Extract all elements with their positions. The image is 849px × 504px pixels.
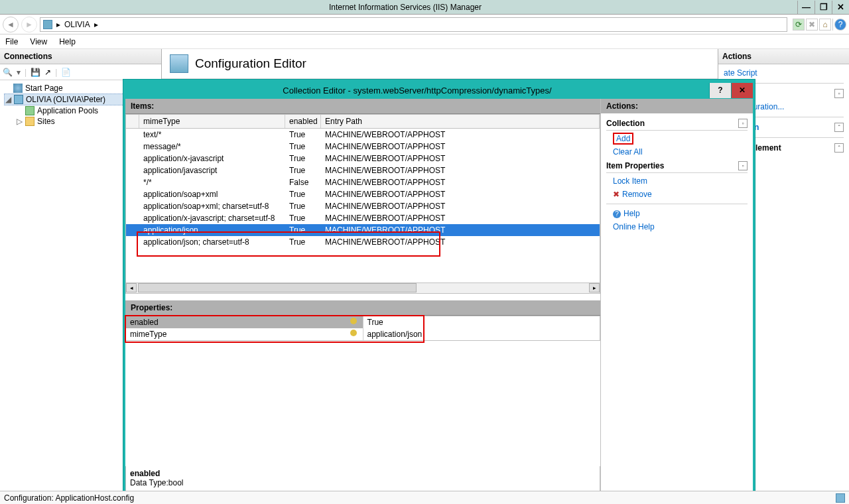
collapse-icon[interactable]: ▫ [738, 119, 748, 128]
col-enabled[interactable]: enabled [285, 115, 321, 128]
table-row[interactable]: application/soap+xml; charset=utf-8TrueM… [126, 200, 600, 212]
collection-section-label: Collection [606, 119, 645, 128]
connections-header: Connections [0, 49, 161, 64]
table-row[interactable]: application/json; charset=utf-8TrueMACHI… [126, 236, 600, 248]
table-row[interactable]: application/soap+xmlTrueMACHINE/WEBROOT/… [126, 188, 600, 200]
key-icon [350, 318, 357, 324]
refresh-icon[interactable]: 📄 [61, 68, 71, 77]
menu-help[interactable]: Help [59, 37, 76, 46]
col-entrypath[interactable]: Entry Path [321, 115, 600, 128]
config-editor-icon [170, 54, 188, 73]
window-title: Internet Information Services (IIS) Mana… [13, 3, 797, 12]
breadcrumb-sep: ▸ [94, 20, 98, 29]
connections-toolbar: 🔍 ▾ | 💾 ↗ | 📄 [0, 64, 161, 80]
menu-file[interactable]: File [5, 37, 18, 46]
stop-icon[interactable]: ✖ [806, 19, 818, 31]
forward-button[interactable]: ► [21, 17, 37, 32]
table-row[interactable]: application/x-javascriptTrueMACHINE/WEBR… [126, 153, 600, 164]
status-bar: Configuration: ApplicationHost.config [0, 491, 849, 504]
refresh-icon[interactable]: ⟳ [793, 19, 805, 31]
table-row[interactable]: application/jsonTrueMACHINE/WEBROOT/APPH… [126, 224, 600, 236]
dialog-actions-panel: Actions: Collection▫ Add Clear All Item … [600, 99, 753, 497]
status-text: Configuration: ApplicationHost.config [4, 493, 134, 503]
table-row[interactable]: application/javascriptTrueMACHINE/WEBROO… [126, 164, 600, 176]
lock-item-action[interactable]: Lock Item [606, 176, 748, 186]
menu-bar: File View Help [0, 34, 849, 49]
table-row[interactable]: application/x-javascript; charset=utf-8T… [126, 212, 600, 224]
dialog-actions-header: Actions: [601, 99, 753, 113]
clear-all-action[interactable]: Clear All [606, 147, 748, 157]
status-icon [836, 493, 845, 503]
scroll-right-arrow[interactable]: ▸ [589, 283, 600, 292]
col-mimetype[interactable]: mimeType [139, 115, 285, 128]
item-properties-section-label: Item Properties [606, 161, 664, 170]
restore-button[interactable]: ❐ [815, 1, 832, 14]
property-row-enabled[interactable]: enabled True [126, 316, 600, 328]
items-section-label: Items: [125, 99, 600, 114]
horizontal-scrollbar[interactable]: ◂ ▸ [125, 283, 600, 294]
breadcrumb-server[interactable]: OLIVIA [64, 20, 90, 29]
dialog-titlebar: Collection Editor - system.webServer/htt… [125, 82, 753, 99]
table-row[interactable]: text/*TrueMACHINE/WEBROOT/APPHOST [126, 129, 600, 141]
key-icon [350, 330, 357, 336]
actions-header: Actions [718, 49, 849, 64]
remove-action[interactable]: Remove [606, 189, 748, 200]
dialog-title: Collection Editor - system.webServer/htt… [125, 86, 709, 95]
address-bar[interactable]: ▸ OLIVIA ▸ [40, 17, 787, 32]
close-button[interactable]: ✕ [832, 1, 849, 14]
home-icon[interactable]: ⌂ [819, 19, 831, 31]
navigation-bar: ◄ ► ▸ OLIVIA ▸ ⟳ ✖ ⌂ ? [0, 15, 849, 34]
collection-editor-dialog: Collection Editor - system.webServer/htt… [123, 80, 755, 497]
dialog-close-button[interactable]: ✕ [731, 83, 753, 98]
collapse-icon[interactable]: ˆ [834, 123, 844, 132]
page-title: Configuration Editor [195, 56, 306, 71]
connect-icon[interactable]: 🔍 [3, 68, 13, 77]
add-action[interactable]: Add [613, 133, 633, 145]
server-icon [43, 20, 52, 29]
property-row-mimetype[interactable]: mimeType application/json [126, 328, 600, 340]
collapse-icon[interactable]: ▫ [738, 161, 748, 170]
collapse-icon[interactable]: ˆ [834, 143, 844, 153]
help-action[interactable]: Help [606, 208, 748, 219]
table-row[interactable]: */*FalseMACHINE/WEBROOT/APPHOST [126, 176, 600, 188]
help-dropdown-icon[interactable]: ? [834, 19, 846, 31]
generate-script-link[interactable]: ate Script [724, 68, 844, 78]
minimize-button[interactable]: — [797, 1, 815, 14]
menu-view[interactable]: View [30, 37, 47, 46]
dialog-help-button[interactable]: ? [709, 83, 731, 98]
breadcrumb-sep: ▸ [56, 20, 60, 29]
up-icon[interactable]: ↗ [44, 68, 51, 77]
collapse-icon[interactable]: ▫ [834, 89, 844, 98]
back-button[interactable]: ◄ [3, 17, 19, 32]
window-titlebar: Internet Information Services (IIS) Mana… [0, 0, 849, 15]
properties-grid: enabled True mimeType application/json [125, 316, 600, 341]
online-help-action[interactable]: Online Help [606, 221, 748, 232]
grid-header: mimeType enabled Entry Path [126, 115, 600, 129]
properties-section-label: Properties: [125, 300, 600, 316]
items-grid: mimeType enabled Entry Path text/*TrueMA… [125, 114, 600, 283]
save-icon[interactable]: 💾 [31, 68, 40, 77]
scroll-thumb[interactable] [138, 283, 417, 292]
scroll-left-arrow[interactable]: ◂ [126, 283, 137, 292]
table-row[interactable]: message/*TrueMACHINE/WEBROOT/APPHOST [126, 141, 600, 153]
